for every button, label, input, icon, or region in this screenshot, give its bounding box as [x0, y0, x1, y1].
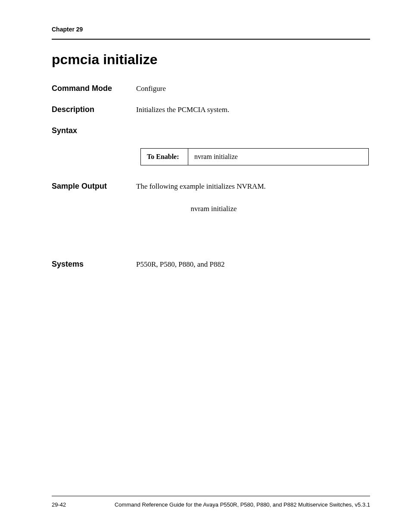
syntax-table-row: To Enable: nvram initialize — [141, 149, 369, 165]
syntax-label: Syntax — [52, 126, 370, 135]
systems-value: P550R, P580, P880, and P882 — [136, 260, 370, 269]
command-mode-label: Command Mode — [52, 84, 136, 93]
syntax-table-command: nvram initialize — [188, 149, 369, 165]
chapter-header: Chapter 29 — [52, 26, 370, 33]
footer-page-number: 29-42 — [52, 501, 66, 508]
sample-output-command: nvram initialize — [136, 205, 291, 213]
page-title: pcmcia initialize — [52, 52, 370, 68]
command-mode-section: Command Mode Configure — [52, 84, 370, 93]
sample-output-value: The following example initializes NVRAM. — [136, 182, 370, 191]
footer-content: 29-42 Command Reference Guide for the Av… — [52, 501, 370, 508]
footer-guide-text: Command Reference Guide for the Avaya P5… — [115, 501, 370, 508]
description-section: Description Initializes the PCMCIA syste… — [52, 105, 370, 114]
systems-section: Systems P550R, P580, P880, and P882 — [52, 260, 370, 269]
command-mode-value: Configure — [136, 84, 370, 93]
description-value: Initializes the PCMCIA system. — [136, 105, 370, 114]
syntax-section: Syntax To Enable: nvram initialize — [52, 126, 370, 165]
sample-output-label: Sample Output — [52, 182, 136, 191]
sample-output-section: Sample Output The following example init… — [52, 182, 370, 213]
header-rule — [52, 39, 370, 40]
page-footer: 29-42 Command Reference Guide for the Av… — [52, 496, 370, 508]
description-label: Description — [52, 105, 136, 114]
syntax-table-header: To Enable: — [141, 149, 188, 165]
document-page: Chapter 29 pcmcia initialize Command Mod… — [0, 0, 411, 532]
systems-label: Systems — [52, 260, 136, 269]
syntax-table: To Enable: nvram initialize — [140, 148, 369, 165]
footer-rule — [52, 496, 370, 496]
